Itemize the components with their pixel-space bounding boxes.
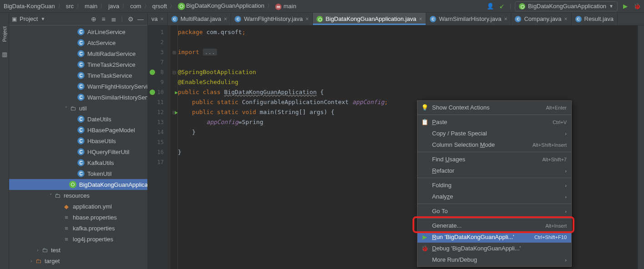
tree-class-item[interactable]: CWarnFlightHistoryService [9, 81, 147, 92]
ctx-find-usages[interactable]: Find UsagesAlt+Shift+7 [418, 154, 571, 165]
ctx-show-actions[interactable]: 💡Show Context ActionsAlt+Enter [418, 102, 571, 113]
editor-tab[interactable]: CResult.java [572, 13, 618, 25]
ctx-shortcut: Alt+Shift+Insert [533, 142, 567, 148]
breadcrumb-file[interactable]: BigDataKongGuanApplication [177, 2, 265, 10]
minimize-icon[interactable]: — [136, 15, 145, 23]
breadcrumb-project[interactable]: BigData-KongGuan [3, 3, 56, 10]
close-icon[interactable]: × [306, 16, 309, 22]
tree-folder-resources[interactable]: ˅🗀resources [9, 190, 147, 201]
tree-class-item[interactable]: CAtcService [9, 37, 147, 48]
close-icon[interactable]: × [419, 16, 422, 22]
ctx-folding[interactable]: Folding› [418, 179, 571, 191]
tree-class-item[interactable]: CDateUtils [9, 114, 147, 125]
tree-class-item[interactable]: CHBasePageModel [9, 125, 147, 135]
ctx-label: Debug 'BigDataKongGuanAppli...' [432, 245, 521, 252]
line-number: 3 [148, 47, 170, 57]
close-icon[interactable]: × [161, 16, 164, 22]
tree-class-item[interactable]: CWarnSimilarHistoryServ [9, 92, 147, 103]
tree-label: TimeTaskService [87, 72, 132, 79]
ctx-more-run[interactable]: More Run/Debug› [418, 254, 571, 265]
chevron-right-icon: 〉 [122, 2, 127, 10]
fold-column[interactable]: ⊞ ⊟ ⊟ [171, 25, 178, 269]
close-icon[interactable]: × [224, 16, 227, 22]
expand-all-icon[interactable]: ≡ [100, 15, 108, 23]
ctx-copy-special[interactable]: Copy / Paste Special› [418, 128, 571, 139]
build-icon[interactable]: ↙ [498, 2, 506, 10]
ctx-run[interactable]: ▶Run 'BigDataKongGuanAppli...'Ctrl+Shift… [418, 231, 571, 243]
class-icon: C [77, 115, 85, 123]
tree-class-item[interactable]: CMultiRadarService [9, 48, 147, 59]
breadcrumb-item[interactable]: src [65, 3, 75, 10]
tree-file-item[interactable]: ≡hbase.properties [9, 212, 147, 223]
line-number: 13 [148, 117, 170, 127]
tree-file-item[interactable]: ≡log4j.properties [9, 234, 147, 244]
folder-icon[interactable]: ▥ [2, 51, 7, 58]
line-number: 2 [148, 37, 170, 47]
run-icon[interactable]: ▶ [621, 2, 629, 10]
breadcrumb-item[interactable]: main [84, 3, 98, 10]
chevron-right-icon: 〉 [267, 2, 272, 10]
fold-icon[interactable]: ⊞ [171, 47, 177, 57]
editor-tab[interactable]: va× [148, 13, 168, 25]
project-tool-button[interactable]: Project [2, 26, 7, 42]
tree-file-item[interactable]: ≡kafka.properties [9, 223, 147, 234]
editor-tab[interactable]: CWarnFlightHistory.java× [231, 13, 312, 25]
tree-class-item[interactable]: CHbaseUtils [9, 135, 147, 146]
close-icon[interactable]: × [564, 16, 568, 22]
tab-label: MultiRadar.java [181, 15, 221, 22]
ctx-generate[interactable]: Generate...Alt+Insert [418, 220, 571, 231]
ctx-refactor[interactable]: Refactor› [418, 165, 571, 176]
bean-icon[interactable] [150, 90, 155, 95]
class-icon: C [77, 137, 85, 144]
method-icon: m [275, 4, 282, 10]
ctx-column-selection[interactable]: Column Selection ModeAlt+Shift+Insert [418, 139, 571, 150]
breadcrumb-item[interactable]: qrsoft [151, 3, 168, 10]
collapse-all-icon[interactable]: ≣ [110, 15, 118, 23]
tree-file-item[interactable]: ◆application.yml [9, 201, 147, 212]
breadcrumb-item[interactable]: com [129, 3, 142, 10]
tree-class-item[interactable]: CKafkaUtils [9, 157, 147, 168]
run-gutter-icon[interactable]: ▶ [175, 90, 178, 95]
ctx-label: Column Selection Mode [432, 141, 495, 148]
ctx-analyze[interactable]: Analyze› [418, 191, 571, 202]
spring-icon[interactable] [150, 70, 155, 75]
tree-folder-util[interactable]: ˅🗀util [9, 103, 147, 114]
ctx-paste[interactable]: 📋PasteCtrl+V [418, 116, 571, 128]
tree-label: WarnFlightHistoryService [87, 83, 147, 90]
ctx-debug[interactable]: 🐞Debug 'BigDataKongGuanAppli...' [418, 243, 571, 254]
expand-icon: › [28, 259, 35, 264]
project-tree[interactable]: CAirLineService CAtcService CMultiRadarS… [9, 25, 147, 269]
close-icon[interactable]: × [504, 16, 507, 22]
tree-class-item[interactable]: CTimeTaskService [9, 70, 147, 81]
editor-tab[interactable]: CCompany.java× [511, 13, 571, 25]
breadcrumb-method[interactable]: mmain [274, 3, 297, 10]
editor-tab-active[interactable]: BigDataKongGuanApplication.java× [313, 13, 426, 25]
line-gutter[interactable]: 1 2 3 7 8 9 10▶ 11 12▶ 13 14 15 16 17 [148, 25, 171, 269]
tree-folder-target[interactable]: ›🗀target [9, 255, 147, 266]
debug-icon[interactable]: 🐞 [633, 2, 641, 10]
editor-tab[interactable]: CWarnSimilarHistory.java× [426, 13, 511, 25]
class-icon: C [77, 94, 85, 101]
tree-folder-test[interactable]: ›🗀test [9, 244, 147, 255]
editor-tab[interactable]: CMultiRadar.java× [168, 13, 231, 25]
settings-icon[interactable]: ⚙ [126, 15, 135, 23]
fold-icon[interactable]: ⊟ [171, 67, 177, 77]
user-add-icon[interactable]: 👤 [486, 2, 494, 10]
project-dropdown[interactable]: ▣ Project ▼ [12, 15, 90, 22]
tree-label: HbaseUtils [87, 138, 116, 144]
chevron-right-icon: 〉 [100, 2, 106, 10]
tree-class-item[interactable]: CTokenUtil [9, 168, 147, 179]
paste-icon: 📋 [421, 119, 428, 126]
tree-class-item[interactable]: CHQueryFilterUtil [9, 146, 147, 157]
run-configuration-selector[interactable]: BigDataKongGuanApplication ▼ [515, 1, 618, 11]
folder-icon: 🗀 [41, 246, 48, 254]
tree-app-class[interactable]: BigDataKongGuanApplicati [9, 179, 147, 190]
ctx-goto[interactable]: Go To› [418, 205, 571, 217]
tree-class-item[interactable]: CAirLineService [9, 26, 147, 37]
run-gutter-icon[interactable]: ▶ [175, 110, 178, 115]
tree-class-item[interactable]: CTimeTask2Service [9, 59, 147, 70]
breadcrumb-item[interactable]: java [107, 3, 120, 10]
locate-icon[interactable]: ⊕ [90, 15, 98, 23]
error-stripe[interactable] [638, 25, 644, 269]
nav-right: 👤 ↙ | BigDataKongGuanApplication ▼ ▶ 🐞 [486, 1, 641, 11]
